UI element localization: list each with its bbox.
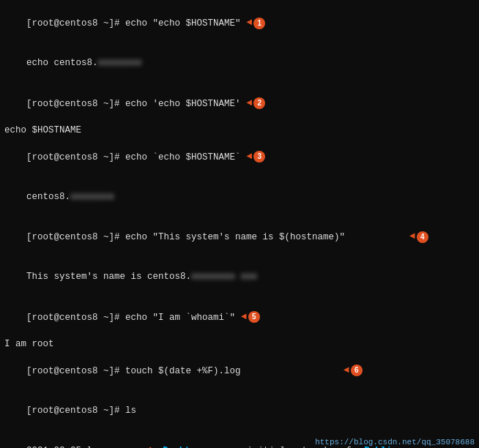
line-5: [root@centos8 ~]# echo `echo $HOSTNAME` …: [4, 137, 475, 177]
line-10: I am root: [4, 337, 475, 351]
num-6: 6: [351, 365, 363, 376]
line-11: [root@centos8 ~]# touch $(date +%F).log …: [4, 351, 475, 391]
line-4: echo $HOSTNAME: [4, 124, 475, 137]
num-5: 5: [248, 311, 260, 323]
terminal: [root@centos8 ~]# echo "echo $HOSTNAME" …: [0, 0, 479, 448]
line-2: echo centos8.xxxxxxxx: [4, 43, 475, 83]
num-2: 2: [253, 97, 265, 109]
bottom-link: https://blog.csdn.net/qq_35078688: [315, 438, 475, 447]
prompt: [root@centos8 ~]#: [26, 18, 125, 29]
line-6: centos8.xxxxxxxx: [4, 177, 475, 217]
num-3: 3: [253, 151, 265, 163]
num-4: 4: [417, 231, 428, 243]
line-12: [root@centos8 ~]# ls: [4, 391, 475, 430]
line-3: [root@centos8 ~]# echo 'echo $HOSTNAME' …: [4, 83, 475, 123]
line-1: [root@centos8 ~]# echo "echo $HOSTNAME" …: [4, 3, 475, 43]
line-9: [root@centos8 ~]# echo "I am `whoami`" ◄…: [4, 297, 475, 337]
arrow-1: ◄: [241, 17, 253, 28]
line-8: This system's name is centos8.xxxxxxxx x…: [4, 257, 475, 296]
line-7: [root@centos8 ~]# echo "This system's na…: [4, 217, 475, 257]
num-1: 1: [253, 18, 265, 29]
